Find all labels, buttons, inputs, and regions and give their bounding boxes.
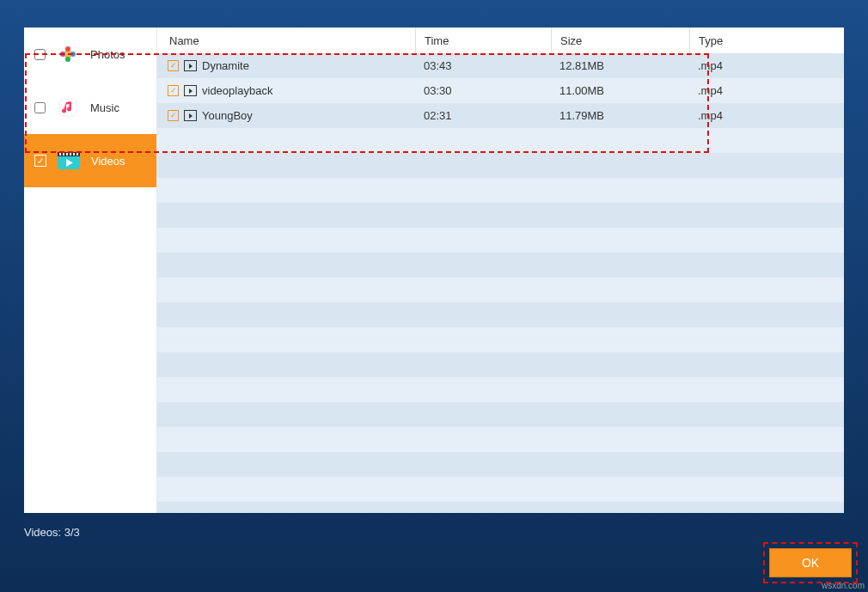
- svg-rect-9: [63, 153, 64, 156]
- video-file-icon: [184, 85, 197, 96]
- empty-row: [157, 452, 844, 477]
- empty-row: [157, 228, 844, 253]
- empty-row: [157, 302, 844, 327]
- svg-rect-11: [70, 153, 71, 156]
- video-file-icon: [184, 110, 197, 121]
- empty-row: [157, 402, 844, 427]
- videos-icon: [57, 149, 81, 173]
- file-size: 11.00MB: [551, 84, 689, 97]
- file-size: 11.79MB: [551, 109, 689, 122]
- col-size[interactable]: Size: [551, 27, 689, 53]
- table-body: ✓ Dynamite 03:43 12.81MB .mp4 ✓ videopla…: [157, 53, 844, 513]
- sidebar: Photos Music ✓ Videos: [24, 27, 157, 513]
- empty-row: [157, 327, 844, 352]
- svg-point-2: [70, 52, 76, 57]
- row-checkbox[interactable]: ✓: [168, 60, 179, 71]
- sidebar-item-label: Photos: [90, 48, 125, 61]
- row-checkbox[interactable]: ✓: [168, 85, 179, 96]
- file-time: 03:30: [415, 84, 551, 97]
- file-type: .mp4: [689, 109, 844, 122]
- status-text: Videos: 3/3: [24, 526, 80, 539]
- video-file-icon: [184, 60, 197, 71]
- table-row[interactable]: ✓ YoungBoy 02:31 11.79MB .mp4: [157, 103, 844, 128]
- col-name[interactable]: Name: [157, 27, 415, 53]
- file-name: videoplayback: [202, 84, 272, 97]
- photos-icon: [56, 42, 80, 66]
- empty-row: [157, 178, 844, 203]
- svg-point-3: [65, 57, 70, 62]
- ok-highlight: OK: [763, 542, 858, 583]
- svg-rect-10: [66, 153, 68, 156]
- svg-point-4: [60, 52, 65, 57]
- svg-rect-8: [59, 153, 61, 156]
- col-time[interactable]: Time: [415, 27, 551, 53]
- file-size: 12.81MB: [551, 59, 689, 72]
- table-row[interactable]: ✓ videoplayback 03:30 11.00MB .mp4: [157, 78, 844, 103]
- ok-button[interactable]: OK: [769, 548, 852, 577]
- empty-row: [157, 352, 844, 377]
- photos-checkbox[interactable]: [34, 49, 46, 60]
- empty-row: [157, 477, 844, 502]
- file-type: .mp4: [689, 84, 844, 97]
- music-checkbox[interactable]: [34, 102, 46, 113]
- table-header: Name Time Size Type: [157, 27, 844, 53]
- empty-row: [157, 427, 844, 452]
- empty-row: [157, 253, 844, 278]
- table-row[interactable]: ✓ Dynamite 03:43 12.81MB .mp4: [157, 53, 844, 78]
- empty-row: [157, 203, 844, 228]
- col-type[interactable]: Type: [689, 27, 844, 53]
- main-panel: Photos Music ✓ Videos Name Time Size Typ…: [24, 27, 844, 513]
- watermark: wsxdn.com: [822, 581, 865, 590]
- sidebar-item-videos[interactable]: ✓ Videos: [24, 134, 156, 187]
- sidebar-item-label: Music: [90, 101, 119, 114]
- file-time: 03:43: [415, 59, 551, 72]
- music-icon: [56, 95, 80, 119]
- sidebar-item-photos[interactable]: Photos: [24, 27, 156, 81]
- empty-row: [157, 153, 844, 178]
- file-name: YoungBoy: [202, 109, 253, 122]
- empty-row: [157, 502, 844, 513]
- file-time: 02:31: [415, 109, 551, 122]
- svg-rect-12: [73, 153, 75, 156]
- row-checkbox[interactable]: ✓: [168, 110, 179, 121]
- file-name: Dynamite: [202, 59, 249, 72]
- empty-row: [157, 128, 844, 153]
- videos-checkbox[interactable]: ✓: [34, 155, 46, 167]
- svg-point-1: [65, 46, 70, 52]
- sidebar-item-label: Videos: [91, 155, 125, 168]
- empty-row: [157, 278, 844, 302]
- file-type: .mp4: [689, 59, 844, 72]
- svg-rect-13: [76, 153, 78, 156]
- empty-row: [157, 377, 844, 402]
- content-area: Name Time Size Type ✓ Dynamite 03:43 12.…: [157, 27, 844, 513]
- sidebar-item-music[interactable]: Music: [24, 81, 156, 134]
